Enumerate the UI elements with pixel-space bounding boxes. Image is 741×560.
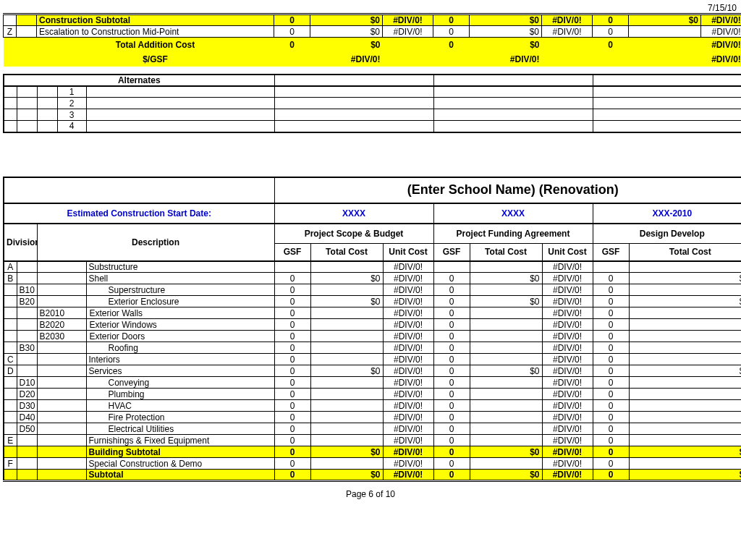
gsf[interactable]: 0 — [274, 331, 310, 342]
total-cost[interactable]: $0 — [310, 273, 383, 284]
gsf[interactable]: 0 — [433, 446, 470, 458]
gsf[interactable]: 0 — [593, 354, 629, 365]
gsf[interactable]: 0 — [593, 389, 629, 400]
gsf[interactable]: 0 — [593, 331, 629, 342]
gsf[interactable]: 0 — [593, 435, 629, 446]
gsf[interactable]: 0 — [593, 377, 629, 389]
total-cost[interactable] — [310, 423, 383, 435]
total-cost[interactable] — [310, 435, 383, 446]
gsf[interactable] — [274, 261, 310, 273]
total-cost[interactable]: $0 — [629, 296, 741, 307]
total-cost[interactable]: $0 — [629, 273, 741, 284]
total-cost[interactable] — [470, 435, 542, 446]
gsf[interactable]: 0 — [593, 423, 629, 435]
total-cost[interactable] — [629, 342, 741, 354]
gsf[interactable]: 0 — [593, 458, 629, 470]
gsf[interactable]: 0 — [433, 458, 470, 470]
gsf[interactable]: 0 — [593, 273, 629, 284]
gsf[interactable]: 0 — [433, 307, 470, 319]
gsf[interactable]: 0 — [433, 273, 470, 284]
alt-desc[interactable] — [86, 86, 274, 98]
total-cost[interactable] — [470, 307, 542, 319]
total-cost[interactable]: $0 — [310, 14, 383, 26]
total-cost[interactable] — [310, 284, 383, 296]
total-cost[interactable]: $0 — [629, 446, 741, 458]
total-cost[interactable] — [470, 412, 542, 423]
gsf[interactable]: 0 — [433, 296, 470, 307]
total-cost[interactable] — [310, 331, 383, 342]
gsf[interactable]: 0 — [433, 400, 470, 412]
gsf[interactable]: 0 — [274, 296, 310, 307]
date-3[interactable]: XXX-2010 — [593, 203, 741, 224]
total-cost[interactable] — [310, 319, 383, 331]
gsf[interactable]: 0 — [274, 342, 310, 354]
total-cost[interactable]: $0 — [629, 365, 741, 377]
total-cost[interactable] — [310, 354, 383, 365]
gsf[interactable] — [433, 261, 470, 273]
total-cost[interactable]: $0 — [470, 296, 542, 307]
date-2[interactable]: XXXX — [433, 203, 593, 224]
total-cost[interactable] — [470, 331, 542, 342]
total-cost[interactable] — [470, 354, 542, 365]
gsf[interactable]: 0 — [274, 319, 310, 331]
total-cost[interactable]: $0 — [310, 446, 383, 458]
gsf[interactable]: 0 — [433, 342, 470, 354]
gsf[interactable]: 0 — [274, 458, 310, 470]
gsf[interactable]: 0 — [274, 435, 310, 446]
gsf[interactable]: 0 — [274, 423, 310, 435]
total-cost[interactable] — [629, 261, 741, 273]
total-cost[interactable] — [470, 423, 542, 435]
total-cost[interactable]: $0 — [470, 26, 542, 38]
alt-desc[interactable] — [86, 109, 274, 121]
gsf[interactable]: 0 — [274, 389, 310, 400]
alt-desc[interactable] — [86, 98, 274, 109]
total-cost[interactable] — [629, 354, 741, 365]
total-cost[interactable] — [470, 400, 542, 412]
gsf[interactable]: 0 — [593, 284, 629, 296]
gsf[interactable]: 0 — [433, 354, 470, 365]
total-cost[interactable] — [310, 458, 383, 470]
gsf[interactable]: 0 — [274, 273, 310, 284]
gsf[interactable]: 0 — [433, 14, 470, 26]
total-cost[interactable] — [629, 377, 741, 389]
gsf[interactable]: 0 — [433, 331, 470, 342]
gsf[interactable]: 0 — [274, 377, 310, 389]
total-cost[interactable]: $0 — [470, 14, 542, 26]
total-cost[interactable] — [310, 377, 383, 389]
gsf[interactable]: 0 — [274, 400, 310, 412]
total-cost[interactable] — [470, 261, 542, 273]
gsf[interactable]: 0 — [274, 354, 310, 365]
total-cost[interactable] — [470, 389, 542, 400]
gsf[interactable]: 0 — [433, 470, 470, 481]
total-cost[interactable]: $0 — [310, 365, 383, 377]
gsf[interactable]: 0 — [433, 389, 470, 400]
gsf[interactable]: 0 — [274, 446, 310, 458]
total-cost[interactable] — [629, 331, 741, 342]
total-cost[interactable] — [629, 400, 741, 412]
gsf[interactable]: 0 — [593, 14, 629, 26]
gsf[interactable]: 0 — [433, 319, 470, 331]
gsf[interactable]: 0 — [274, 307, 310, 319]
gsf[interactable]: 0 — [274, 14, 310, 26]
total-cost[interactable] — [629, 458, 741, 470]
total-cost[interactable]: $0 — [470, 446, 542, 458]
gsf[interactable]: 0 — [593, 365, 629, 377]
total-cost[interactable]: $0 — [629, 470, 741, 481]
gsf[interactable]: 0 — [593, 400, 629, 412]
total-cost[interactable]: $0 — [310, 296, 383, 307]
total-cost[interactable] — [470, 342, 542, 354]
total-cost[interactable]: $0 — [470, 365, 542, 377]
alt-desc[interactable] — [86, 121, 274, 132]
gsf[interactable]: 0 — [433, 377, 470, 389]
total-cost[interactable] — [629, 435, 741, 446]
total-cost[interactable] — [310, 389, 383, 400]
total-cost[interactable]: $0 — [310, 26, 383, 38]
gsf[interactable]: 0 — [433, 423, 470, 435]
gsf[interactable]: 0 — [274, 365, 310, 377]
total-cost[interactable] — [470, 458, 542, 470]
gsf[interactable]: 0 — [433, 365, 470, 377]
gsf[interactable]: 0 — [274, 284, 310, 296]
total-cost[interactable] — [310, 261, 383, 273]
total-cost[interactable] — [470, 284, 542, 296]
total-cost[interactable] — [310, 307, 383, 319]
